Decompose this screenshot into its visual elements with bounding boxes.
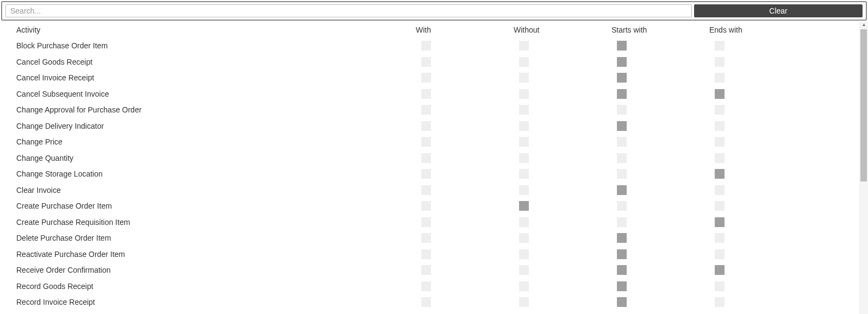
without-toggle-cell xyxy=(514,265,611,275)
starts-with-toggle[interactable] xyxy=(617,153,627,163)
table-row: Create Purchase Requisition Item xyxy=(0,214,868,230)
with-toggle[interactable] xyxy=(421,137,431,147)
search-input[interactable] xyxy=(5,4,692,17)
with-toggle-cell xyxy=(416,217,514,227)
with-toggle[interactable] xyxy=(421,201,431,211)
with-toggle-cell xyxy=(416,185,514,195)
ends-with-toggle[interactable] xyxy=(715,137,725,147)
without-toggle[interactable] xyxy=(519,41,529,51)
starts-with-toggle[interactable] xyxy=(617,41,627,51)
starts-with-toggle[interactable] xyxy=(617,105,627,115)
starts-with-toggle[interactable] xyxy=(617,249,627,259)
without-toggle[interactable] xyxy=(519,137,529,147)
without-toggle[interactable] xyxy=(519,89,529,99)
starts-with-toggle[interactable] xyxy=(617,265,627,275)
without-toggle[interactable] xyxy=(519,249,529,259)
table-row: Record Goods Receipt xyxy=(0,278,868,294)
ends-with-toggle[interactable] xyxy=(715,201,725,211)
without-toggle[interactable] xyxy=(519,73,529,83)
with-toggle[interactable] xyxy=(421,249,431,259)
table-row: Change Approval for Purchase Order xyxy=(0,102,868,118)
without-toggle[interactable] xyxy=(519,297,529,307)
with-toggle[interactable] xyxy=(421,121,431,131)
without-toggle-cell xyxy=(514,185,611,195)
scrollbar-track[interactable]: ▴ xyxy=(859,22,868,314)
with-toggle[interactable] xyxy=(421,297,431,307)
with-toggle[interactable] xyxy=(421,153,431,163)
scroll-up-arrow-icon[interactable]: ▴ xyxy=(861,22,866,27)
ends-with-toggle[interactable] xyxy=(715,105,725,115)
with-toggle[interactable] xyxy=(421,281,431,291)
with-toggle-cell xyxy=(416,105,514,115)
starts-with-toggle[interactable] xyxy=(617,201,627,211)
ends-with-toggle[interactable] xyxy=(715,169,725,179)
starts-with-toggle[interactable] xyxy=(617,281,627,291)
starts-with-toggle[interactable] xyxy=(617,121,627,131)
starts-with-toggle[interactable] xyxy=(617,169,627,179)
with-toggle[interactable] xyxy=(421,73,431,83)
ends-with-toggle[interactable] xyxy=(715,233,725,243)
starts-with-toggle[interactable] xyxy=(617,233,627,243)
without-toggle[interactable] xyxy=(519,105,529,115)
ends-with-toggle[interactable] xyxy=(715,217,725,227)
ends-with-toggle[interactable] xyxy=(715,153,725,163)
ends-with-toggle[interactable] xyxy=(715,73,725,83)
without-toggle[interactable] xyxy=(519,153,529,163)
clear-button[interactable]: Clear xyxy=(694,4,863,17)
starts-with-toggle-cell xyxy=(611,57,709,67)
ends-with-toggle[interactable] xyxy=(715,41,725,51)
with-toggle[interactable] xyxy=(421,217,431,227)
starts-with-toggle-cell xyxy=(611,153,709,163)
ends-with-toggle-cell xyxy=(709,57,818,67)
with-toggle[interactable] xyxy=(421,265,431,275)
without-toggle[interactable] xyxy=(519,281,529,291)
ends-with-toggle[interactable] xyxy=(715,57,725,67)
starts-with-toggle[interactable] xyxy=(617,217,627,227)
without-toggle[interactable] xyxy=(519,217,529,227)
with-toggle-cell xyxy=(416,73,514,83)
ends-with-toggle[interactable] xyxy=(715,249,725,259)
scrollbar-thumb[interactable] xyxy=(860,29,867,181)
without-toggle[interactable] xyxy=(519,57,529,67)
starts-with-toggle[interactable] xyxy=(617,297,627,307)
starts-with-toggle[interactable] xyxy=(617,57,627,67)
ends-with-toggle[interactable] xyxy=(715,185,725,195)
table-row: Receive Order Confirmation xyxy=(0,262,868,279)
with-toggle[interactable] xyxy=(421,41,431,51)
with-toggle-cell xyxy=(416,57,514,67)
starts-with-toggle[interactable] xyxy=(617,185,627,195)
with-toggle[interactable] xyxy=(421,169,431,179)
ends-with-toggle[interactable] xyxy=(715,121,725,131)
with-toggle[interactable] xyxy=(421,233,431,243)
col-header-without: Without xyxy=(514,26,611,34)
ends-with-toggle[interactable] xyxy=(715,297,725,307)
without-toggle[interactable] xyxy=(519,121,529,131)
without-toggle[interactable] xyxy=(519,201,529,211)
with-toggle[interactable] xyxy=(421,57,431,67)
with-toggle[interactable] xyxy=(421,89,431,99)
without-toggle-cell xyxy=(514,201,611,211)
starts-with-toggle[interactable] xyxy=(617,137,627,147)
starts-with-toggle-cell xyxy=(611,89,709,99)
starts-with-toggle-cell xyxy=(611,41,709,51)
ends-with-toggle-cell xyxy=(709,153,818,163)
col-header-ends: Ends with xyxy=(709,26,818,34)
ends-with-toggle-cell xyxy=(709,169,818,179)
starts-with-toggle[interactable] xyxy=(617,73,627,83)
ends-with-toggle[interactable] xyxy=(715,89,725,99)
ends-with-toggle-cell xyxy=(709,201,818,211)
with-toggle[interactable] xyxy=(421,105,431,115)
ends-with-toggle[interactable] xyxy=(715,265,725,275)
with-toggle-cell xyxy=(416,137,514,147)
without-toggle[interactable] xyxy=(519,169,529,179)
without-toggle[interactable] xyxy=(519,265,529,275)
without-toggle-cell xyxy=(514,297,611,307)
activity-label: Change Quantity xyxy=(16,154,416,162)
with-toggle-cell xyxy=(416,41,514,51)
without-toggle[interactable] xyxy=(519,185,529,195)
with-toggle[interactable] xyxy=(421,185,431,195)
table-row: Block Purchase Order Item xyxy=(0,38,868,54)
ends-with-toggle[interactable] xyxy=(715,281,725,291)
without-toggle[interactable] xyxy=(519,233,529,243)
starts-with-toggle[interactable] xyxy=(617,89,627,99)
